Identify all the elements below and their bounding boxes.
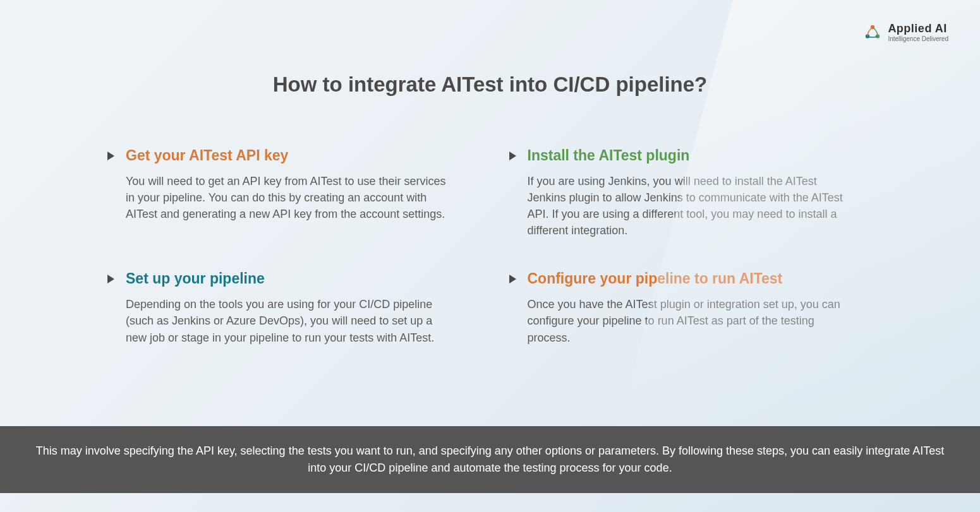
step-heading: Install the AITest plugin: [528, 147, 873, 164]
step-item: Set up your pipeline Depending on the to…: [107, 270, 471, 345]
step-heading: Get your AITest API key: [126, 147, 471, 164]
step-heading: Configure your pipeline to run AITest: [528, 270, 873, 287]
footer-note: This may involve specifying the API key,…: [0, 426, 980, 493]
step-description: Once you have the AITest plugin or integ…: [528, 296, 856, 345]
brand-logo: Applied AI Intelligence Delivered: [862, 22, 948, 42]
content-grid: Get your AITest API key You will need to…: [0, 97, 980, 346]
step-heading: Set up your pipeline: [126, 270, 471, 287]
triangle-bullet-icon: [107, 275, 114, 283]
triangle-bullet-icon: [107, 152, 114, 160]
step-description: You will need to get an API key from AIT…: [126, 173, 454, 222]
page-title: How to integrate AITest into CI/CD pipel…: [0, 73, 980, 97]
step-item: Get your AITest API key You will need to…: [107, 147, 471, 239]
step-description: If you are using Jenkins, you will need …: [528, 173, 856, 239]
triangle-bullet-icon: [509, 275, 516, 283]
logo-tagline: Intelligence Delivered: [888, 35, 948, 42]
step-item: Install the AITest plugin If you are usi…: [509, 147, 873, 239]
step-item: Configure your pipeline to run AITest On…: [509, 270, 873, 345]
step-description: Depending on the tools you are using for…: [126, 296, 454, 345]
logo-icon: [862, 22, 883, 42]
triangle-bullet-icon: [509, 152, 516, 160]
logo-name: Applied AI: [888, 22, 948, 35]
